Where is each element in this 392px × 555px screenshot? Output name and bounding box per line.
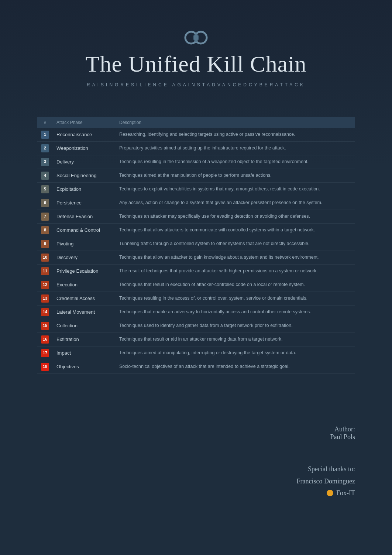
row-num-cell: 5 [37,183,53,196]
thanks-company: Fox-IT [336,487,355,499]
row-num-cell: 14 [37,306,53,319]
row-phase-cell: Pivoting [53,237,116,251]
row-num-cell: 10 [37,251,53,265]
row-desc-cell: Socio-technical objectives of an attack … [116,360,355,374]
table-header-row: # Attack Phase Description [37,117,355,128]
table-row: 5ExploitationTechniques to exploit vulne… [37,183,355,196]
row-num-cell: 6 [37,196,53,210]
table-row: 7Defense EvasionTechniques an attacker m… [37,210,355,224]
row-desc-cell: The result of techniques that provide an… [116,265,355,278]
author-label: Author: [37,425,355,433]
row-phase-cell: Discovery [53,251,116,265]
row-num-cell: 1 [37,128,53,142]
thanks-section: Special thanks to: Francisco Dominguez F… [37,463,355,499]
row-desc-cell: Techniques that result in execution of a… [116,278,355,292]
row-desc-cell: Techniques that enable an adversary to h… [116,306,355,319]
row-phase-cell: Exfiltration [53,333,116,347]
row-desc-cell: Preparatory activities aimed at setting … [116,142,355,155]
table-row: 1ReconnaissanceResearching, identifying … [37,128,355,142]
table-row: 12ExecutionTechniques that result in exe… [37,278,355,292]
row-phase-cell: Persistence [53,196,116,210]
table-section: # Attack Phase Description 1Reconnaissan… [37,117,355,374]
row-desc-cell: Techniques that result or aid in an atta… [116,333,355,347]
fox-it-dot [327,490,333,496]
logo-icon [183,30,209,48]
row-num-cell: 18 [37,360,53,374]
thanks-person: Francisco Dominguez [37,475,355,487]
row-desc-cell: Tunneling traffic through a controlled s… [116,237,355,251]
row-desc-cell: Techniques to exploit vulnerabilities in… [116,183,355,196]
table-row: 11Privilege EscalationThe result of tech… [37,265,355,278]
footer-area: Author: Paul Pols Special thanks to: Fra… [0,396,392,521]
row-desc-cell: Techniques an attacker may specifically … [116,210,355,224]
row-desc-cell: Techniques aimed at manipulating, interr… [116,347,355,360]
col-header-num: # [37,117,53,128]
row-phase-cell: Defense Evasion [53,210,116,224]
row-phase-cell: Social Engineering [53,169,116,183]
row-phase-cell: Execution [53,278,116,292]
table-row: 14Lateral MovementTechniques that enable… [37,306,355,319]
table-row: 16ExfiltrationTechniques that result or … [37,333,355,347]
table-row: 18ObjectivesSocio-technical objectives o… [37,360,355,374]
table-row: 17ImpactTechniques aimed at manipulating… [37,347,355,360]
author-section: Author: Paul Pols [37,425,355,441]
table-row: 13Credential AccessTechniques resulting … [37,292,355,306]
row-num-cell: 2 [37,142,53,155]
col-header-phase: Attack Phase [53,117,116,128]
row-phase-cell: Weaponization [53,142,116,155]
table-row: 15CollectionTechniques used to identify … [37,319,355,333]
main-title: The Unified Kill Chain [0,51,392,76]
table-row: 4Social EngineeringTechniques aimed at t… [37,169,355,183]
table-row: 3DeliveryTechniques resulting in the tra… [37,155,355,169]
row-desc-cell: Techniques that allow attackers to commu… [116,224,355,237]
table-row: 2WeaponizationPreparatory activities aim… [37,142,355,155]
row-num-cell: 11 [37,265,53,278]
row-desc-cell: Researching, identifying and selecting t… [116,128,355,142]
row-num-cell: 8 [37,224,53,237]
row-phase-cell: Exploitation [53,183,116,196]
row-phase-cell: Delivery [53,155,116,169]
row-num-cell: 16 [37,333,53,347]
row-phase-cell: Lateral Movement [53,306,116,319]
row-num-cell: 17 [37,347,53,360]
row-phase-cell: Reconnaissance [53,128,116,142]
hero-section: The Unified Kill Chain RAISINGRESILIENCE… [0,0,392,102]
row-phase-cell: Impact [53,347,116,360]
page-wrapper: The Unified Kill Chain RAISINGRESILIENCE… [0,0,392,555]
row-desc-cell: Any access, action or change to a system… [116,196,355,210]
col-header-desc: Description [116,117,355,128]
row-desc-cell: Techniques that allow an attacker to gai… [116,251,355,265]
table-row: 6PersistenceAny access, action or change… [37,196,355,210]
table-row: 10DiscoveryTechniques that allow an atta… [37,251,355,265]
row-num-cell: 9 [37,237,53,251]
thanks-label: Special thanks to: [37,463,355,475]
row-phase-cell: Command & Control [53,224,116,237]
row-desc-cell: Techniques resulting in the transmission… [116,155,355,169]
kill-chain-table: # Attack Phase Description 1Reconnaissan… [37,117,355,374]
row-desc-cell: Techniques used to identify and gather d… [116,319,355,333]
row-phase-cell: Collection [53,319,116,333]
row-num-cell: 15 [37,319,53,333]
table-row: 8Command & ControlTechniques that allow … [37,224,355,237]
row-phase-cell: Privilege Escalation [53,265,116,278]
row-phase-cell: Credential Access [53,292,116,306]
row-desc-cell: Techniques aimed at the manipulation of … [116,169,355,183]
row-phase-cell: Objectives [53,360,116,374]
row-num-cell: 13 [37,292,53,306]
row-desc-cell: Techniques resulting in the access of, o… [116,292,355,306]
subtitle: RAISINGRESILIENCE AGAINSTADVANCEDCYBERAT… [0,82,392,87]
row-num-cell: 4 [37,169,53,183]
row-num-cell: 12 [37,278,53,292]
table-row: 9PivotingTunneling traffic through a con… [37,237,355,251]
row-num-cell: 3 [37,155,53,169]
row-num-cell: 7 [37,210,53,224]
author-name: Paul Pols [37,433,355,441]
fox-it-line: Fox-IT [37,487,355,499]
